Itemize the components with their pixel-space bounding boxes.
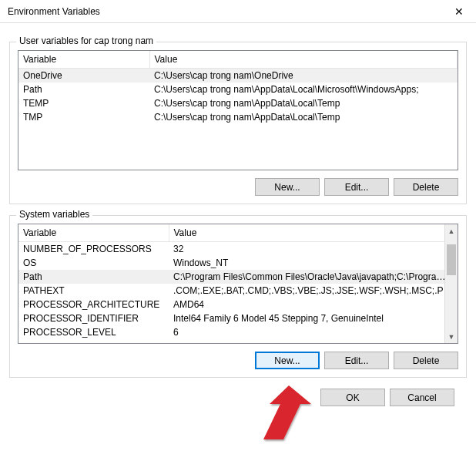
cell-value: Intel64 Family 6 Model 45 Stepping 7, Ge…	[169, 311, 458, 325]
cell-variable: OneDrive	[18, 69, 149, 83]
cell-variable: PROCESSOR_IDENTIFIER	[18, 311, 169, 325]
scroll-down-icon[interactable]: ▼	[445, 330, 458, 343]
system-edit-button[interactable]: Edit...	[324, 352, 389, 369]
table-row[interactable]: TMPC:\Users\cap trong nam\AppData\Local\…	[18, 110, 458, 124]
cell-variable: Path	[18, 270, 169, 284]
column-header-value[interactable]: Value	[169, 224, 458, 242]
table-row[interactable]: PATHEXT.COM;.EXE;.BAT;.CMD;.VBS;.VBE;.JS…	[18, 284, 458, 298]
window-title: Environment Variables	[8, 6, 100, 17]
column-header-variable[interactable]: Variable	[18, 51, 149, 69]
user-edit-button[interactable]: Edit...	[324, 178, 389, 196]
cell-value: C:\Users\cap trong nam\AppData\Local\Mic…	[149, 82, 458, 96]
user-variables-table[interactable]: Variable Value OneDriveC:\Users\cap tron…	[18, 50, 458, 170]
user-delete-button[interactable]: Delete	[394, 178, 458, 196]
user-button-row: New... Edit... Delete	[18, 178, 458, 196]
cell-value: Windows_NT	[169, 256, 458, 270]
system-new-button[interactable]: New...	[255, 352, 320, 369]
system-scrollbar[interactable]: ▲ ▼	[444, 224, 458, 343]
scroll-up-icon[interactable]: ▲	[445, 224, 458, 237]
scroll-thumb[interactable]	[447, 244, 456, 275]
cell-variable: Path	[18, 82, 149, 96]
system-button-row: New... Edit... Delete	[18, 352, 458, 369]
table-row[interactable]: TEMPC:\Users\cap trong nam\AppData\Local…	[18, 96, 458, 110]
cell-variable: NUMBER_OF_PROCESSORS	[18, 242, 169, 257]
close-button[interactable]: ✕	[441, 0, 476, 23]
cell-value: 6	[169, 325, 458, 339]
user-variables-group: User variables for cap trong nam Variabl…	[9, 42, 467, 204]
user-table-header[interactable]: Variable Value	[18, 51, 458, 69]
column-header-variable[interactable]: Variable	[18, 224, 169, 242]
cell-value: C:\Users\cap trong nam\AppData\Local\Tem…	[149, 110, 458, 124]
table-row[interactable]: PathC:\Program Files\Common Files\Oracle…	[18, 270, 458, 284]
table-row[interactable]: OneDriveC:\Users\cap trong nam\OneDrive	[18, 69, 458, 83]
system-delete-button[interactable]: Delete	[394, 352, 458, 369]
cell-variable: TMP	[18, 110, 149, 124]
titlebar: Environment Variables ✕	[0, 0, 476, 23]
column-header-value[interactable]: Value	[149, 51, 458, 69]
dialog-content: User variables for cap trong nam Variabl…	[0, 23, 476, 416]
cell-variable: PROCESSOR_LEVEL	[18, 325, 169, 339]
table-row[interactable]: PROCESSOR_ARCHITECTUREAMD64	[18, 298, 458, 311]
cell-value: AMD64	[169, 298, 458, 311]
user-variables-label: User variables for cap trong nam	[16, 35, 156, 46]
ok-button[interactable]: OK	[320, 389, 385, 406]
cell-value: C:\Users\cap trong nam\AppData\Local\Tem…	[149, 96, 458, 110]
table-row[interactable]: PROCESSOR_LEVEL6	[18, 325, 458, 339]
cancel-button[interactable]: Cancel	[390, 389, 454, 406]
cell-variable: PATHEXT	[18, 284, 169, 298]
cell-variable: TEMP	[18, 96, 149, 110]
cell-value: 32	[169, 242, 458, 257]
system-table-header[interactable]: Variable Value	[18, 224, 458, 242]
cell-value: C:\Users\cap trong nam\OneDrive	[149, 69, 458, 83]
cell-value: .COM;.EXE;.BAT;.CMD;.VBS;.VBE;.JS;.JSE;.…	[169, 284, 458, 298]
table-row[interactable]: NUMBER_OF_PROCESSORS32	[18, 242, 458, 257]
table-row[interactable]: PROCESSOR_IDENTIFIERIntel64 Family 6 Mod…	[18, 311, 458, 325]
close-icon: ✕	[454, 5, 464, 18]
table-row[interactable]: PathC:\Users\cap trong nam\AppData\Local…	[18, 82, 458, 96]
system-variables-label: System variables	[16, 209, 92, 220]
system-variables-group: System variables Variable Value NUMBER_O…	[9, 215, 467, 378]
user-new-button[interactable]: New...	[255, 178, 320, 196]
system-variables-table[interactable]: Variable Value NUMBER_OF_PROCESSORS32OSW…	[18, 224, 458, 344]
dialog-footer: OK Cancel	[9, 378, 467, 406]
table-row[interactable]: OSWindows_NT	[18, 256, 458, 270]
cell-variable: PROCESSOR_ARCHITECTURE	[18, 298, 169, 311]
cell-variable: OS	[18, 256, 169, 270]
cell-value: C:\Program Files\Common Files\Oracle\Jav…	[169, 270, 458, 284]
